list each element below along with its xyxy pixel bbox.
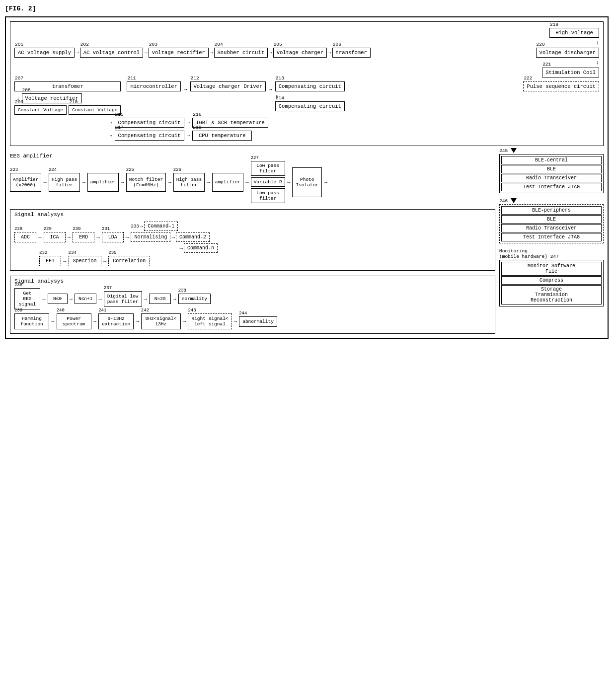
- cmdn-box: Command-n: [184, 243, 218, 253]
- sig1-row2: 232 FFT → 234 Spection → 235 Correlation: [39, 256, 491, 266]
- box-222: 222 Pulse sequence circuit: [523, 81, 599, 91]
- box-217: 217 Compensating circuit: [115, 131, 184, 141]
- box-204: 204 Snubber circuit: [214, 48, 268, 58]
- monitor-software: Monitor SoftwareFile: [501, 262, 602, 276]
- box-201: 201 AC voltage supply: [14, 48, 75, 58]
- eeg-box-223: 223 Amplifier(x2000): [10, 173, 41, 192]
- power-row2: 207 transfomer ↓ 208 Voltage rectifier 2…: [14, 81, 599, 115]
- box-202: 202 AC voltage control: [80, 48, 143, 58]
- sig-box-234: 234 Spection: [69, 256, 101, 266]
- ble-periph-radio: Radio Transceiver: [501, 224, 602, 232]
- eeg-box-amp2: amplifier: [87, 173, 119, 192]
- box-211: 211 microcontroller: [127, 81, 181, 91]
- box-219: 219 High voltage: [549, 28, 599, 38]
- cmd1-box: Command-1: [144, 222, 178, 231]
- box-221: 221 Stimulation Coil: [542, 68, 599, 77]
- power-row1: 201 AC voltage supply → 202 AC voltage c…: [14, 28, 599, 77]
- eeg-box-224: 224 High passfilter: [49, 173, 80, 192]
- box-209: 209 Constant Voltage: [14, 105, 67, 115]
- sig-box-232: 232 FFT: [39, 256, 61, 266]
- sig2-box-236: 236 GetEEGsignal: [14, 288, 40, 309]
- sig2-box-242: 242 8Hz<signal<13Hz: [141, 313, 181, 329]
- box-215: 215 Compensating circuit: [115, 118, 184, 128]
- sig2-box-244: 244 abnormality: [239, 316, 277, 327]
- signal-section-1: Signal analysys 228 ADC → 229 ICA: [10, 209, 495, 271]
- sig2-nn1: N≤n+1: [75, 294, 96, 304]
- sig2-box-243: 243 Right signal<left signal: [188, 313, 231, 329]
- ble-periph-jtag: Test Interface JTAG: [501, 233, 602, 241]
- normalising-box: Normalising: [131, 232, 170, 242]
- sig2-box-238: 238 normality: [178, 294, 211, 304]
- signal1-label: Signal analysys: [14, 212, 64, 218]
- sig2-row1: 236 GetEEGsignal → N≤0 → N≤n+1 → 237 Dig…: [14, 288, 491, 309]
- eeg-box-lp2: Low passfilter: [251, 188, 285, 203]
- ble-periph-ble: BLE: [501, 215, 602, 224]
- sig2-row2: 239 Hammingfunction → 240 Powerspectrum …: [14, 313, 491, 329]
- box-214: 214 Compensating circuit: [275, 101, 345, 111]
- eeg-box-225: 225 Notch filter(Fc=60Hz): [126, 173, 166, 192]
- ble-central-jtag: Test Interface JTAG: [501, 183, 602, 191]
- power-row3: → 215 Compensating circuit → 216 IGBT & …: [109, 118, 599, 128]
- sig2-n0: N≤0: [48, 294, 68, 304]
- eeg-box-226: 226 High passfilter: [173, 173, 205, 192]
- ble-central-ble: BLE: [501, 165, 602, 173]
- sig2-n20: N≈20: [149, 294, 171, 304]
- sig1-row: 228 ADC → 229 ICA → 230 ERD: [14, 222, 491, 253]
- tri-245: [511, 148, 517, 153]
- box-206: 206 transfomer: [332, 48, 371, 58]
- sig2-box-241: 241 8-13Hzextraction: [98, 313, 134, 329]
- ble-peripheral-unit: 246 BLE-periphers BLE Radio Transceiver …: [499, 198, 604, 243]
- normalising-cmd-group: 233 → Command-1 Normalising → Command-2 …: [131, 222, 218, 253]
- sig-box-228: 228 ADC: [14, 232, 36, 242]
- monitor-storage: StorageTranmissionReconstruction: [501, 285, 602, 304]
- top-power-block: 201 AC voltage supply → 202 AC voltage c…: [10, 21, 604, 146]
- eeg-section: EEG amplifier 223 Amplifier(x2000) → 224…: [10, 153, 495, 203]
- box-203: 203 Voltage rectifier: [149, 48, 209, 58]
- box-205: 205 voltage charger: [273, 48, 327, 58]
- box-218: 218 CPU temperature: [192, 131, 252, 141]
- eeg-box-varR: Variable R: [251, 177, 285, 187]
- sig-box-231: 231 LDA: [102, 232, 124, 242]
- right-panel: 245 BLE-central BLE Radio Transceiver Te…: [499, 148, 604, 306]
- power-row4: → 217 Compensating circuit → 218 CPU tem…: [109, 131, 599, 141]
- page-root: [FIG. 2] 201 AC voltage supply → 202 AC …: [5, 5, 611, 339]
- tri-246: [511, 198, 517, 203]
- cmd2-box: Command-2: [176, 232, 210, 242]
- main-lower: EEG amplifier 223 Amplifier(x2000) → 224…: [10, 153, 604, 334]
- box-216: 216 IGBT & SCR temperature: [192, 118, 268, 128]
- ble-central-radio: Radio Transceiver: [501, 174, 602, 182]
- eeg-box-lp1: 227 Low passfilter: [251, 161, 285, 176]
- eeg-box-amp3: amplifier: [212, 173, 243, 192]
- eeg-lp-group: 227 Low passfilter Variable R Low passfi…: [251, 161, 285, 203]
- ble-central-unit: 245 BLE-central BLE Radio Transceiver Te…: [499, 148, 604, 193]
- left-column: EEG amplifier 223 Amplifier(x2000) → 224…: [10, 153, 495, 334]
- box-220: 220 Voltage discharger: [536, 48, 599, 58]
- ble-central-title: BLE-central: [501, 156, 602, 164]
- ble-periph-title: BLE-periphers: [501, 206, 602, 215]
- fig-label: [FIG. 2]: [5, 5, 611, 12]
- signal-section-2: Signal analysys 236 GetEEGsignal → N≤0 →…: [10, 276, 495, 334]
- sig-box-235: 235 Correlation: [108, 256, 150, 266]
- sig-box-229: 229 ICA: [44, 232, 66, 242]
- box-212: 212 Voltage charger Driver: [190, 81, 266, 91]
- eeg-box-photo: PhotoIsolator: [292, 167, 322, 197]
- sig-box-230: 230 ERD: [73, 232, 94, 242]
- monitor-compress: Compress: [501, 276, 602, 285]
- box-210: 210 Constant Voltage: [69, 105, 121, 115]
- eeg-row: 223 Amplifier(x2000) → 224 High passfilt…: [10, 161, 495, 203]
- sig2-box-237: 237 Digital lowpass filter: [104, 291, 142, 307]
- sig2-box-240: 240 Powerspectrum: [57, 313, 91, 329]
- box-213: 213 Compensating circuit: [275, 81, 345, 91]
- monitoring-unit: Monitoring (mobile hardware) 247 Monitor…: [499, 248, 604, 306]
- sig2-box-239: 239 Hammingfunction: [14, 313, 49, 329]
